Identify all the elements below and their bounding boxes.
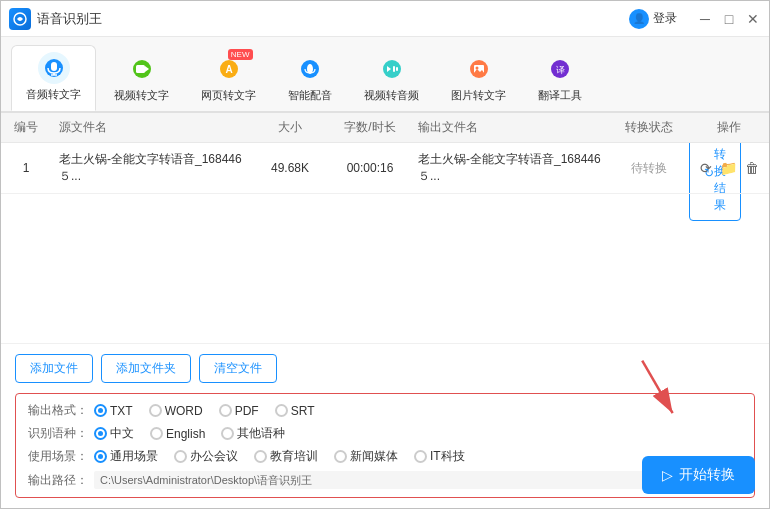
scene-news[interactable]: 新闻媒体 [334, 448, 398, 465]
user-area[interactable]: 👤 登录 [629, 9, 677, 29]
titlebar: 语音识别王 👤 登录 ─ □ ✕ [1, 1, 769, 37]
svg-rect-2 [51, 62, 57, 71]
scene-news-radio[interactable] [334, 450, 347, 463]
tab-image-to-text-label: 图片转文字 [451, 88, 506, 103]
table-header: 编号 源文件名 大小 字数/时长 输出文件名 转换状态 操作 [1, 113, 769, 143]
col-header-size: 大小 [250, 119, 330, 136]
lang-english-label: English [166, 427, 205, 441]
svg-text:译: 译 [556, 65, 565, 75]
format-txt-label: TXT [110, 404, 133, 418]
tab-web-to-text[interactable]: A NEW 网页转文字 [187, 47, 270, 111]
app-logo [9, 8, 31, 30]
login-label[interactable]: 登录 [653, 10, 677, 27]
video-to-text-icon [126, 53, 158, 85]
language-label: 识别语种： [28, 425, 88, 442]
scene-general[interactable]: 通用场景 [94, 448, 158, 465]
format-pdf-radio[interactable] [219, 404, 232, 417]
app-title: 语音识别王 [37, 10, 629, 28]
lang-chinese-label: 中文 [110, 425, 134, 442]
translate-icon: 译 [544, 53, 576, 85]
col-header-filename: 源文件名 [51, 119, 250, 136]
tab-image-to-text[interactable]: 图片转文字 [437, 47, 520, 111]
output-path-label: 输出路径： [28, 472, 88, 489]
svg-point-12 [383, 60, 401, 78]
close-button[interactable]: ✕ [745, 11, 761, 27]
row-status: 待转换 [609, 160, 689, 177]
add-folder-button[interactable]: 添加文件夹 [101, 354, 191, 383]
col-header-output: 输出文件名 [410, 119, 609, 136]
play-icon: ▷ [662, 467, 673, 483]
image-to-text-icon [463, 53, 495, 85]
row-output: 老土火锅-全能文字转语音_168446５... [410, 151, 609, 185]
main-window: 语音识别王 👤 登录 ─ □ ✕ [0, 0, 770, 509]
tab-smart-dubbing-label: 智能配音 [288, 88, 332, 103]
table-row: 1 老土火锅-全能文字转语音_168446５... 49.68K 00:00:1… [1, 143, 769, 194]
format-txt[interactable]: TXT [94, 404, 133, 418]
lang-other-radio[interactable] [221, 427, 234, 440]
add-file-button[interactable]: 添加文件 [15, 354, 93, 383]
delete-icon[interactable]: 🗑 [745, 160, 759, 176]
scene-meeting-radio[interactable] [174, 450, 187, 463]
tab-smart-dubbing[interactable]: 智能配音 [274, 47, 346, 111]
lang-chinese[interactable]: 中文 [94, 425, 134, 442]
format-pdf[interactable]: PDF [219, 404, 259, 418]
lang-chinese-radio[interactable] [94, 427, 107, 440]
scene-meeting[interactable]: 办公会议 [174, 448, 238, 465]
row-filename: 老土火锅-全能文字转语音_168446５... [51, 151, 250, 185]
scene-news-label: 新闻媒体 [350, 448, 398, 465]
language-row: 识别语种： 中文 English 其他语种 [28, 425, 742, 442]
scene-it-radio[interactable] [414, 450, 427, 463]
minimize-button[interactable]: ─ [697, 11, 713, 27]
tab-audio-to-text[interactable]: 音频转文字 [11, 45, 96, 111]
svg-rect-14 [396, 67, 398, 71]
clear-files-button[interactable]: 清空文件 [199, 354, 277, 383]
format-srt[interactable]: SRT [275, 404, 315, 418]
tab-web-to-text-label: 网页转文字 [201, 88, 256, 103]
lang-other-label: 其他语种 [237, 425, 285, 442]
lang-english[interactable]: English [150, 427, 205, 441]
start-convert-button[interactable]: ▷ 开始转换 [642, 456, 755, 494]
main-area: 编号 源文件名 大小 字数/时长 输出文件名 转换状态 操作 1 老土火锅-全能… [1, 113, 769, 508]
tab-audio-to-text-label: 音频转文字 [26, 87, 81, 102]
format-radio-group: TXT WORD PDF SRT [94, 404, 314, 418]
folder-icon[interactable]: 📁 [720, 160, 737, 176]
lang-english-radio[interactable] [150, 427, 163, 440]
format-srt-label: SRT [291, 404, 315, 418]
row-no: 1 [1, 161, 51, 175]
scene-education-radio[interactable] [254, 450, 267, 463]
tab-video-to-audio[interactable]: 视频转音频 [350, 47, 433, 111]
col-header-duration: 字数/时长 [330, 119, 410, 136]
scene-general-label: 通用场景 [110, 448, 158, 465]
lang-other[interactable]: 其他语种 [221, 425, 285, 442]
scene-radio-group: 通用场景 办公会议 教育培训 新闻媒体 [94, 448, 465, 465]
col-header-no: 编号 [1, 119, 51, 136]
output-path-input[interactable] [94, 471, 686, 489]
action-icons: ⟳ 📁 🗑 [689, 160, 769, 176]
avatar: 👤 [629, 9, 649, 29]
format-word-radio[interactable] [149, 404, 162, 417]
scene-education[interactable]: 教育培训 [254, 448, 318, 465]
format-pdf-label: PDF [235, 404, 259, 418]
scene-general-radio[interactable] [94, 450, 107, 463]
scene-it-label: IT科技 [430, 448, 465, 465]
language-radio-group: 中文 English 其他语种 [94, 425, 285, 442]
scene-it[interactable]: IT科技 [414, 448, 465, 465]
audio-to-text-icon [38, 52, 70, 84]
format-srt-radio[interactable] [275, 404, 288, 417]
row-size: 49.68K [250, 161, 330, 175]
output-path-row: 输出路径： 更改路径 [28, 471, 742, 489]
svg-text:A: A [225, 64, 232, 75]
window-controls: ─ □ ✕ [697, 11, 761, 27]
tab-translate[interactable]: 译 翻译工具 [524, 47, 596, 111]
row-duration: 00:00:16 [330, 161, 410, 175]
tab-video-to-text[interactable]: 视频转文字 [100, 47, 183, 111]
format-txt-radio[interactable] [94, 404, 107, 417]
maximize-button[interactable]: □ [721, 11, 737, 27]
refresh-icon[interactable]: ⟳ [700, 160, 712, 176]
svg-rect-6 [136, 65, 145, 73]
col-header-actions: 操作 [689, 119, 769, 136]
tabbar-container: 音频转文字 视频转文字 A [1, 37, 769, 113]
scene-label: 使用场景： [28, 448, 88, 465]
format-word[interactable]: WORD [149, 404, 203, 418]
video-to-audio-icon [376, 53, 408, 85]
